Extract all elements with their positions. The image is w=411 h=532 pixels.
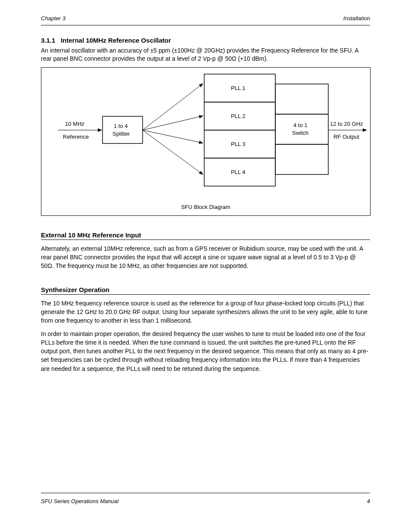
page-footer: SFU Series Operations Manual 4 (41, 498, 370, 504)
page: Chapter 3 Installation 3.1.1 Internal 10… (0, 0, 411, 532)
svg-rect-12 (275, 144, 328, 174)
sfu-block-diagram: 10 MHz Reference 1 to 4 Splitter PLL 1 P… (41, 67, 371, 216)
section-synth-op-heading: Synthesizer Operation (41, 286, 370, 295)
header-chapter: Chapter 3 (41, 15, 65, 22)
pll-1-label: PLL 1 (231, 85, 246, 91)
footer-page-number: 4 (367, 498, 370, 504)
header-section-title: Installation (343, 15, 370, 22)
pll-3-label: PLL 3 (231, 141, 246, 147)
footer-rule (41, 493, 370, 493)
output-label-bottom: RF Output (333, 134, 359, 140)
svg-rect-11 (275, 114, 328, 144)
diagram-svg: 10 MHz Reference 1 to 4 Splitter PLL 1 P… (41, 68, 370, 201)
section-synth-op-p1: The 10 MHz frequency reference source is… (41, 299, 370, 325)
page-header: Chapter 3 Installation (41, 15, 370, 24)
section-ext-ref-heading: External 10 MHz Reference Input (41, 231, 370, 240)
splitter-label-bottom: Splitter (112, 131, 130, 137)
pll-2-label: PLL 2 (231, 113, 246, 119)
svg-rect-10 (275, 84, 328, 114)
splitter-label-top: 1 to 4 (114, 123, 128, 129)
switch-label-bottom: Switch (292, 130, 308, 136)
pll-4-label: PLL 4 (231, 169, 246, 175)
section-3-1-1-heading: 3.1.1 Internal 10MHz Reference Oscillato… (41, 37, 370, 44)
section-synth-op-p2: In order to maintain proper operation, t… (41, 330, 370, 373)
switch-label-top: 4 to 1 (293, 122, 308, 128)
footer-title: SFU Series Operations Manual (41, 498, 118, 504)
section-ext-ref-body: Alternately, an external 10MHz reference… (41, 244, 370, 271)
section-title: Internal 10MHz Reference Oscillator (61, 37, 171, 44)
input-label-top: 10 MHz (65, 121, 84, 127)
header-rule (41, 25, 370, 25)
input-label-bottom: Reference (63, 134, 89, 140)
svg-rect-1 (103, 116, 143, 143)
section-3-1-1-body: An internal oscillator with an accuracy … (41, 47, 370, 63)
section-number: 3.1.1 (41, 37, 55, 44)
diagram-caption: SFU Block Diagram (41, 204, 370, 210)
output-label-top: 12 to 20 GHz (330, 121, 363, 127)
